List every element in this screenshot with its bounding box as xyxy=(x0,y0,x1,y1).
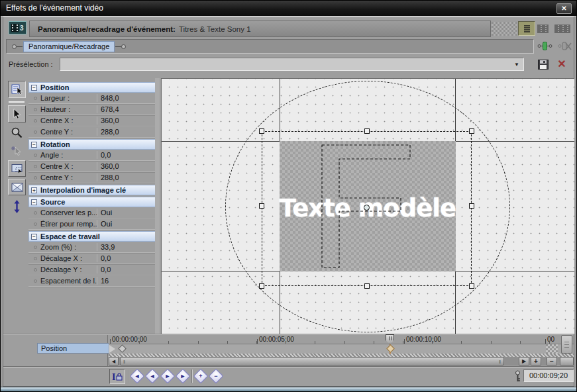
timeline-zoom-out-button[interactable]: − xyxy=(547,357,557,366)
frame-aspect-button[interactable] xyxy=(8,179,26,195)
handle-bottom-left[interactable] xyxy=(259,283,264,289)
bullet-icon xyxy=(34,176,37,179)
preset-label: Présélection : xyxy=(9,60,53,68)
chain-node-right-icon xyxy=(121,44,126,49)
header-label: Panoramique/recadrage d'événement: xyxy=(38,25,176,33)
timeline-resize-grip[interactable] xyxy=(561,335,572,354)
remove-plugin-icon-disabled xyxy=(558,41,572,51)
chain-wire-icon xyxy=(17,46,23,47)
bullet-icon xyxy=(34,211,37,215)
section-source: − Source Conserver les p...Oui Étirer po… xyxy=(28,197,159,230)
arrow-cursor-icon xyxy=(13,109,22,119)
insert-plugin-icon[interactable] xyxy=(537,41,553,51)
magnifier-icon xyxy=(11,126,23,139)
toolbar-divider xyxy=(9,101,25,103)
floppy-disk-icon xyxy=(538,60,549,70)
collapse-icon[interactable]: − xyxy=(31,234,37,240)
event-number: 3 xyxy=(20,24,24,32)
prop-row-conserver: Conserver les p...Oui xyxy=(28,207,159,219)
layout-single-column-button[interactable] xyxy=(518,21,535,36)
timeline-track-header: Position xyxy=(6,335,108,366)
handle-bottom-center[interactable] xyxy=(364,283,370,289)
snap-cursor-button[interactable] xyxy=(8,142,26,160)
normal-edit-tool-button[interactable] xyxy=(8,105,26,122)
scrollbar-thumb[interactable] xyxy=(120,357,504,366)
up-down-arrow-icon xyxy=(13,200,21,213)
bullet-icon xyxy=(34,222,37,226)
handle-middle-left[interactable] xyxy=(259,203,264,209)
dropdown-arrow-icon[interactable]: ▼ xyxy=(511,60,522,69)
pan-crop-dialog: Effets de l'événement vidéo ✕ 3 Panorami… xyxy=(0,0,577,392)
timeline-zoom-in-button[interactable]: + xyxy=(531,357,541,366)
center-handle[interactable] xyxy=(364,205,370,211)
resize-vertical-button[interactable] xyxy=(8,198,26,215)
title-bar[interactable]: Effets de l'événement vidéo xyxy=(1,1,576,17)
handle-top-center[interactable] xyxy=(364,128,370,134)
window-bottom-edge xyxy=(1,387,576,391)
preset-combobox[interactable]: ▼ xyxy=(60,58,524,71)
mask-rect-icon xyxy=(11,164,23,173)
show-properties-button[interactable] xyxy=(8,81,26,98)
collapse-icon[interactable]: − xyxy=(31,85,37,91)
header-event-name: Titres & Texte Sony 1 xyxy=(179,25,251,33)
prop-row-decalage-x: Décalage X :0,0 xyxy=(28,253,159,264)
collapse-icon[interactable]: − xyxy=(31,142,37,148)
expand-icon[interactable]: + xyxy=(31,187,37,193)
bullet-icon xyxy=(34,97,37,100)
sync-cursor-button[interactable]: I xyxy=(109,369,125,384)
handle-middle-right[interactable] xyxy=(469,203,474,209)
delete-preset-button[interactable]: ✕ xyxy=(556,58,568,70)
section-header-source[interactable]: − Source xyxy=(28,197,159,207)
svg-text:I: I xyxy=(112,372,115,382)
toolbar-separator xyxy=(191,369,193,383)
layout-two-column-button[interactable] xyxy=(537,24,549,33)
handle-top-right[interactable] xyxy=(469,128,474,134)
header-bar: Panoramique/recadrage d'événement: Titre… xyxy=(29,21,491,37)
properties-cursor-icon xyxy=(11,84,23,95)
timeline-ruler[interactable]: 00:00:00;00 00:00:05;00 00:00:10;00 00 xyxy=(109,335,574,344)
bullet-icon xyxy=(34,268,37,271)
property-scrollbar[interactable] xyxy=(155,78,160,334)
toolbar-separator xyxy=(128,369,129,383)
prop-row-decalage-y: Décalage Y :0,0 xyxy=(28,264,159,275)
section-interpolation: + Interpolation d'image clé xyxy=(28,185,159,195)
property-grid: − Position Largeur :848,0 Hauteur :678,4… xyxy=(28,78,159,334)
close-button[interactable]: ✕ xyxy=(556,3,572,14)
track-label-position[interactable]: Position xyxy=(37,343,111,354)
pan-crop-canvas[interactable]: Texte modèle xyxy=(161,78,574,334)
layout-three-column-button[interactable] xyxy=(554,24,570,33)
plugin-chain-bar: Panoramique/Recadrage xyxy=(6,39,534,54)
chain-node-left-icon xyxy=(12,44,17,49)
window-title: Effets de l'événement vidéo xyxy=(6,3,103,13)
section-header-position[interactable]: − Position xyxy=(28,82,159,93)
ruler-label-15s-partial: 00 xyxy=(547,336,554,343)
prop-row-rot-centre-y: Centre Y :288,0 xyxy=(28,172,159,183)
section-header-workspace[interactable]: − Espace de travail xyxy=(28,231,159,242)
bullet-icon xyxy=(34,165,37,168)
collapse-icon[interactable]: − xyxy=(31,199,37,205)
prop-row-angle: Angle :0,0 xyxy=(28,150,159,161)
scroll-right-button[interactable]: ▶ xyxy=(519,357,529,366)
handle-bottom-right[interactable] xyxy=(469,283,474,289)
section-header-interpolation[interactable]: + Interpolation d'image clé xyxy=(28,185,159,195)
prop-row-centre-y: Centre Y :288,0 xyxy=(28,126,159,138)
event-media-icon: 3 xyxy=(9,21,26,34)
filmstrip-icon xyxy=(11,24,19,32)
bullet-icon xyxy=(34,119,37,122)
scroll-left-button[interactable]: ◀ xyxy=(109,357,119,366)
zoom-tool-button[interactable] xyxy=(8,124,26,141)
section-workspace: − Espace de travail Zoom (%) :33,9 Décal… xyxy=(28,231,159,287)
sparkle-cursor-icon xyxy=(11,146,23,156)
prop-row-espacement: Espacement de l...16 xyxy=(28,275,159,287)
timeline-scrollbar[interactable]: ◀ ▶ + − xyxy=(109,357,574,366)
keyframe-track[interactable] xyxy=(109,344,574,354)
handle-top-left[interactable] xyxy=(259,128,264,134)
mask-tool-button[interactable] xyxy=(8,160,26,177)
plugin-chip-pan-crop[interactable]: Panoramique/Recadrage xyxy=(23,41,115,52)
bullet-icon xyxy=(34,257,37,260)
section-header-rotation[interactable]: − Rotation xyxy=(28,139,159,150)
cursor-time-display: 00:00:09;20 xyxy=(523,369,574,382)
ruler-label-5s: 00:00:05;00 xyxy=(259,336,294,343)
prop-row-centre-x: Centre X :360,0 xyxy=(28,115,159,126)
save-preset-button[interactable] xyxy=(537,59,549,70)
